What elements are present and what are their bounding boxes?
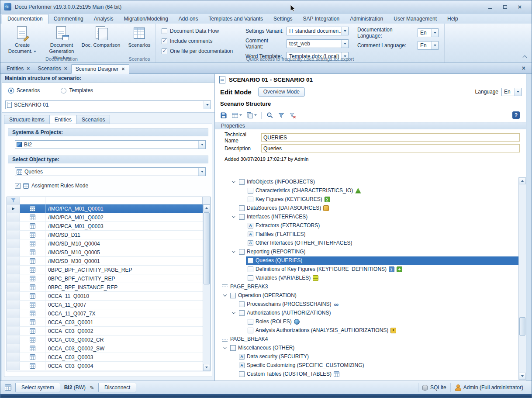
object-type-select[interactable]: Queries	[15, 167, 206, 176]
combo-dropdown-button[interactable]	[341, 40, 348, 48]
checkbox-icon[interactable]	[239, 301, 245, 307]
table-row[interactable]: 0CCA_C03_Q0003	[7, 353, 203, 362]
tab-structure-items[interactable]: Structure items	[4, 115, 50, 124]
ribbon-checkbox-one-file-per-documentation[interactable]: One file per documentation	[162, 48, 239, 54]
assignment-rules-toggle[interactable]: Assignment Rules Mode	[15, 183, 88, 189]
tree-item-interfaces-interfaces[interactable]: Interfaces (INTERFACES)	[215, 212, 518, 221]
ribbon-tab-sap-integration[interactable]: SAP Integration	[297, 14, 345, 24]
combo-comment-language[interactable]: En	[418, 41, 439, 50]
tree-item-queries-queries[interactable]: Queries (QUERIES)	[215, 256, 518, 265]
ribbon-checkbox-document-data-flow[interactable]: Document Data Flow	[162, 28, 239, 34]
combo-dropdown-button[interactable]	[431, 42, 438, 49]
checkbox-icon[interactable]	[230, 345, 236, 351]
checkbox-icon[interactable]	[248, 197, 253, 202]
grid-name-column[interactable]	[45, 197, 202, 204]
combo-dropdown-button[interactable]	[431, 29, 438, 37]
zoom-button[interactable]	[265, 111, 275, 120]
checkbox-icon[interactable]	[239, 214, 245, 220]
clear-filter-button[interactable]	[287, 111, 297, 120]
disconnect-button[interactable]: Disconnect	[98, 383, 136, 392]
ribbon-tab-help[interactable]: Help	[442, 14, 463, 24]
combo-dropdown-button[interactable]	[198, 168, 205, 176]
tree-item-infoobjects-infoobjects[interactable]: InfoObjects (INFOOBJECTS)	[215, 177, 518, 186]
table-row[interactable]: 0BPC_BPF_ACTIVITY_REP	[7, 274, 203, 283]
ribbon-checkbox-include-comments[interactable]: Include comments	[162, 38, 239, 44]
document-tab-entities[interactable]: Entities×	[3, 64, 34, 73]
checkbox-icon[interactable]	[162, 28, 167, 34]
tree-item-datasources-datasources[interactable]: DataSources (DATASOURCES)	[215, 204, 518, 212]
ribbon-tab-documentation[interactable]: Documentation	[2, 14, 48, 24]
tree-item-analysis-authorizations-analysis-authorizations[interactable]: Analysis Authorizations (ANALYSIS_AUTHOR…	[215, 326, 518, 335]
minimize-button[interactable]	[484, 3, 497, 11]
scroll-down-button[interactable]	[519, 373, 526, 380]
checkbox-icon[interactable]	[248, 188, 253, 194]
table-row[interactable]: 0CCA_11_Q007	[7, 301, 203, 309]
help-button[interactable]: ?	[512, 111, 520, 119]
checkbox-icon[interactable]	[239, 249, 245, 255]
tree-item-other-interfaces-other-interfaces[interactable]: AOther Interfaces (OTHER_INTERFACES)	[215, 239, 518, 247]
checkbox-icon[interactable]	[239, 179, 245, 185]
grid-scrollbar[interactable]	[203, 204, 210, 371]
scroll-thumb[interactable]	[519, 317, 525, 336]
checkbox-icon[interactable]	[239, 310, 245, 316]
database-indicator[interactable]: SQLite	[418, 383, 450, 392]
chevron-expanded-icon[interactable]	[231, 310, 235, 314]
tab-scenarios[interactable]: Scenarios	[77, 115, 110, 124]
chevron-expanded-icon[interactable]	[231, 249, 235, 253]
combo-dropdown-button[interactable]	[198, 141, 205, 149]
close-icon[interactable]: ×	[121, 66, 124, 72]
table-row[interactable]: 0CCA_11_Q0010	[7, 292, 203, 301]
tree-item-authorizations-authorizations[interactable]: Authorizations (AUTHORIZATIONS)	[215, 308, 518, 317]
combo-settings-variant[interactable]: IT standard documen...	[287, 27, 349, 35]
tree-item-miscellaneous-other[interactable]: Miscellaneous (OTHER)	[215, 343, 518, 352]
scroll-down-button[interactable]	[203, 364, 210, 371]
close-button[interactable]: ×	[513, 3, 526, 11]
tree-item-flatfiles-flatfiles[interactable]: AFlatfiles (FLATFILES)	[215, 230, 518, 239]
table-row[interactable]: /IMO/SD_M30_Q0001	[7, 257, 203, 266]
table-row[interactable]: 0CCA_C03_Q0002_CR	[7, 336, 203, 344]
radio-templates[interactable]: Templates	[61, 87, 93, 93]
tree-item-key-figures-keyfigures[interactable]: Key Figures (KEYFIGURES)∑	[215, 195, 518, 204]
tree-item-page-break3[interactable]: PAGE_BREAK3	[215, 282, 518, 291]
checkbox-checked-icon[interactable]	[162, 38, 167, 44]
tab-entities[interactable]: Entities	[50, 115, 77, 125]
select-system-button[interactable]: Select system	[15, 383, 60, 392]
filter-button[interactable]	[276, 111, 286, 120]
chevron-expanded-icon[interactable]	[231, 179, 235, 183]
table-row[interactable]: /IMO/PCA_M01_Q0002	[7, 213, 203, 222]
tree-item-definitions-of-key-figures-keyfigure-definitions[interactable]: Definitions of Key Figures (KEYFIGURE_DE…	[215, 265, 518, 273]
copy-button[interactable]	[245, 111, 258, 120]
combo-dropdown-button[interactable]	[341, 27, 348, 35]
table-row[interactable]: 0CCA_C03_Q0002	[7, 327, 203, 336]
radio-scenarios[interactable]: Scenarios	[8, 87, 40, 93]
restore-button[interactable]	[498, 3, 511, 11]
create-document-button[interactable]: Create Document.	[3, 25, 42, 56]
table-row[interactable]: 0CCA_11_Q007_7X	[7, 309, 203, 318]
table-row[interactable]: 0CCA_C03_Q0004	[7, 362, 203, 370]
checkbox-icon[interactable]	[239, 371, 245, 377]
checkbox-icon[interactable]	[239, 205, 245, 211]
combo-dropdown-button[interactable]	[204, 101, 211, 109]
tree-item-extractors-extractors[interactable]: AExtractors (EXTRACTORS)	[215, 221, 518, 230]
ribbon-tab-analysis[interactable]: Analysis	[89, 14, 119, 24]
tree-item-specific-customizing-specific-customizing[interactable]: ASpecific Customizing (SPECIFIC_CUSTOMIZ…	[215, 361, 518, 370]
checkbox-icon[interactable]	[248, 258, 253, 263]
table-row[interactable]: /IMO/SD_M10_Q0005	[7, 248, 203, 257]
ribbon-tab-administration[interactable]: Administration	[345, 14, 388, 24]
checkbox-icon[interactable]	[230, 293, 236, 298]
language-select[interactable]: En	[501, 88, 522, 96]
table-row[interactable]: /IMO/SD_M10_Q0004	[7, 239, 203, 248]
close-icon[interactable]: ×	[64, 66, 67, 71]
chevron-expanded-icon[interactable]	[223, 345, 226, 349]
ribbon-tab-user-management[interactable]: User Management	[388, 14, 442, 24]
scenario-select[interactable]: SCENARIO 01	[5, 100, 211, 109]
close-document-button[interactable]: ×	[518, 65, 529, 72]
checkbox-icon[interactable]	[248, 266, 253, 272]
checkbox-checked-icon[interactable]	[15, 183, 21, 189]
chevron-expanded-icon[interactable]	[223, 293, 226, 296]
tree-item-variables-variables[interactable]: Variables (VARIABLES)	[215, 273, 518, 282]
checkbox-icon[interactable]	[248, 275, 253, 281]
insert-button[interactable]	[230, 111, 243, 120]
close-icon[interactable]: ×	[27, 66, 30, 71]
ribbon-tab-add-ons[interactable]: Add-ons	[173, 14, 204, 24]
